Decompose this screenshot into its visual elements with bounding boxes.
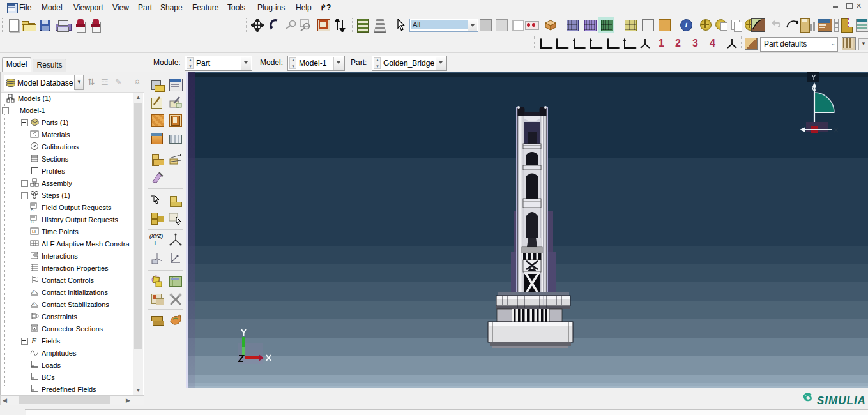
svg-text:H,: H, — [31, 220, 34, 223]
svg-text:SIMULIA: SIMULIA — [817, 395, 866, 407]
svg-text:F: F — [31, 336, 37, 345]
svg-text:F,: F, — [31, 207, 34, 211]
svg-text:I.I: I.I — [32, 229, 36, 234]
svg-text:i: i — [33, 289, 34, 294]
svg-text:s: s — [33, 301, 35, 306]
